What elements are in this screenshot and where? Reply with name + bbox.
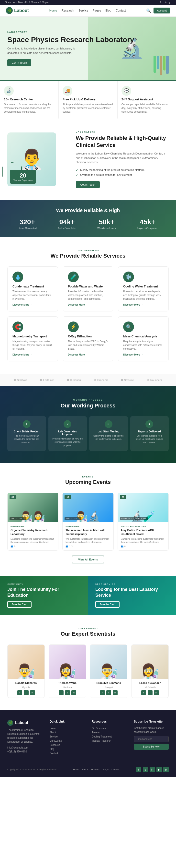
- community-banner-1: BEST SERVICE Looking for the Best Labato…: [88, 576, 176, 615]
- social-fb-2[interactable]: f: [100, 690, 105, 695]
- topbar-social-in[interactable]: in: [165, 1, 167, 4]
- service-link-4[interactable]: Discover More →: [68, 353, 88, 356]
- partner-3: Draneed: [94, 378, 108, 381]
- footer-social-in[interactable]: in: [150, 767, 155, 772]
- social-fb-0[interactable]: f: [17, 690, 22, 695]
- footer-res-0[interactable]: Bio Sciences: [92, 726, 127, 731]
- footer-link-service[interactable]: Service: [49, 735, 84, 739]
- social-fb-1[interactable]: f: [59, 690, 64, 695]
- footer-bottom: Copyright © 2024 Labout, Inc. All Rights…: [7, 763, 169, 772]
- scientist-socials-2: f t in: [93, 690, 125, 695]
- partner-dot-5: [147, 379, 149, 381]
- stats-title: We Provide Reliable & High: [7, 208, 169, 213]
- footer-nav-research[interactable]: Research: [91, 768, 100, 771]
- service-link-5[interactable]: Discover More →: [123, 353, 143, 356]
- process-title: Our Working Process: [7, 403, 169, 409]
- event-meta-2: 👥 8+: [121, 545, 166, 548]
- service-title-5: Mass Chemical Analysis: [123, 335, 164, 338]
- nav-blog[interactable]: Blog: [105, 9, 111, 12]
- social-tw-1[interactable]: t: [65, 690, 70, 695]
- topbar-social-fb[interactable]: f: [160, 1, 161, 4]
- partner-2: Cuberion: [67, 378, 81, 381]
- nav-research[interactable]: Research: [62, 9, 74, 12]
- years-badge: 20 Years of Experience: [10, 170, 36, 184]
- about-cta-button[interactable]: Get In Touch: [76, 181, 100, 188]
- footer-social-tw[interactable]: t: [143, 767, 148, 772]
- step-title-0: Client Briefs Project: [11, 430, 42, 433]
- footer-nav-faqs[interactable]: FAQs: [103, 768, 109, 771]
- doctor-icon: 👨‍⚕️: [20, 148, 44, 171]
- social-in-1[interactable]: in: [71, 690, 76, 695]
- footer-social-yt[interactable]: ▶: [156, 767, 162, 772]
- service-link-3[interactable]: Discover More →: [12, 353, 33, 356]
- partner-name-1: Earthlow: [43, 378, 54, 381]
- social-fb-3[interactable]: f: [141, 690, 146, 695]
- logo[interactable]: 🌿 Labout: [6, 7, 29, 14]
- account-button[interactable]: Account: [153, 8, 170, 13]
- footer-social-pi[interactable]: p: [163, 767, 169, 772]
- topbar-social-yt[interactable]: yt: [169, 1, 171, 4]
- nav-home[interactable]: Home: [49, 9, 57, 12]
- social-in-2[interactable]: in: [113, 690, 117, 695]
- stat-1: 94k+ Tasks Completed: [58, 218, 76, 230]
- search-icon[interactable]: 🔍: [146, 8, 151, 13]
- logo-text: Labout: [14, 8, 29, 13]
- footer-link-about[interactable]: About: [49, 731, 84, 735]
- footer-nav-about[interactable]: About: [82, 768, 88, 771]
- service-link-1[interactable]: Discover More →: [68, 303, 88, 306]
- nav-contact[interactable]: Contact: [116, 9, 126, 12]
- footer-link-blog[interactable]: Blog: [49, 747, 84, 751]
- step-title-1: Lab Generates Proposal: [52, 430, 83, 436]
- footer-top: 🌿 Labout The mission of Chemical Researc…: [7, 720, 169, 755]
- community-cta-0[interactable]: Join the Club: [7, 601, 32, 608]
- service-icon-5: 🔍: [123, 321, 134, 332]
- nav-service[interactable]: Service: [78, 9, 88, 12]
- footer-res-1[interactable]: Research: [92, 731, 127, 735]
- service-desc-4: The technique called XRD to Bragg's law,…: [68, 340, 108, 351]
- social-tw-3[interactable]: t: [148, 690, 152, 695]
- events-label: EVENTS: [7, 475, 169, 478]
- scientists-grid: 👨‍🔬 Ronald Richards Physicist f t in 👩‍🔬…: [7, 645, 169, 698]
- subscribe-button[interactable]: Subscribe Now: [134, 744, 169, 750]
- scientists-title: Our Expert Scientists: [7, 631, 169, 637]
- footer-resources-list: Bio Sciences Research Cooling Treatment …: [92, 726, 127, 743]
- footer-social-icons: f t in ▶ p: [136, 767, 169, 772]
- social-tw-2[interactable]: t: [106, 690, 111, 695]
- stat-3: 45k+ Projects Completed: [137, 218, 158, 230]
- scientist-photo-0: 👨‍🔬: [8, 645, 44, 679]
- view-all-events-button[interactable]: View All Events: [72, 556, 104, 563]
- social-in-0[interactable]: in: [30, 690, 35, 695]
- stats-section: We Provide Reliable & High 320+ Hours Ge…: [0, 200, 176, 237]
- service-icon-3: 🧲: [12, 321, 23, 332]
- process-step-0: 1 Client Briefs Project The more details…: [7, 416, 46, 451]
- footer-nav-contact[interactable]: Contact: [111, 768, 119, 771]
- footer-res-2[interactable]: Cooling Treatment: [92, 735, 127, 739]
- social-tw-0[interactable]: t: [24, 690, 29, 695]
- footer-link-contact[interactable]: Contact: [49, 751, 84, 755]
- footer-about-col: 🌿 Labout The mission of Chemical Researc…: [7, 720, 42, 755]
- nav-pages[interactable]: Pages: [93, 9, 101, 12]
- hero-cta-button[interactable]: Get In Touch: [7, 59, 31, 66]
- footer-phone: +0(912) 330-0102: [7, 750, 42, 754]
- service-card-1: 🧪 Potable Water and Waste Provides infor…: [63, 267, 113, 311]
- footer-link-research[interactable]: Research: [49, 743, 84, 747]
- footer-res-3[interactable]: Medical Research: [92, 739, 127, 743]
- check-item-0: Modify the theming of the prebuilt autom…: [76, 167, 169, 173]
- topbar-social-tw[interactable]: t: [163, 1, 164, 4]
- service-link-2[interactable]: Discover More →: [123, 303, 143, 306]
- footer-logo: 🌿 Labout: [7, 720, 42, 726]
- event-desc-2: Managing interactions customers througho…: [121, 537, 166, 544]
- newsletter-email-input[interactable]: [134, 736, 169, 742]
- service-title-4: X-Ray Diffraction: [68, 335, 108, 338]
- service-link-0[interactable]: Discover More →: [12, 303, 33, 306]
- step-desc-2: Specify the clients to check the key per…: [93, 434, 124, 441]
- community-cta-1[interactable]: Join the Club: [95, 601, 119, 608]
- process-step-1: 2 Lab Generates Proposal Provide informa…: [48, 416, 87, 451]
- footer-social-fb[interactable]: f: [136, 767, 141, 772]
- footer-nav-home[interactable]: Home: [73, 768, 79, 771]
- footer-link-home[interactable]: Home: [49, 726, 84, 731]
- social-in-3[interactable]: in: [154, 690, 159, 695]
- footer-link-events[interactable]: Our Events: [49, 739, 84, 743]
- event-title-2: Amy Butler Receives AGU Insufficient awa…: [121, 528, 166, 536]
- event-date-1: 15: [65, 495, 71, 499]
